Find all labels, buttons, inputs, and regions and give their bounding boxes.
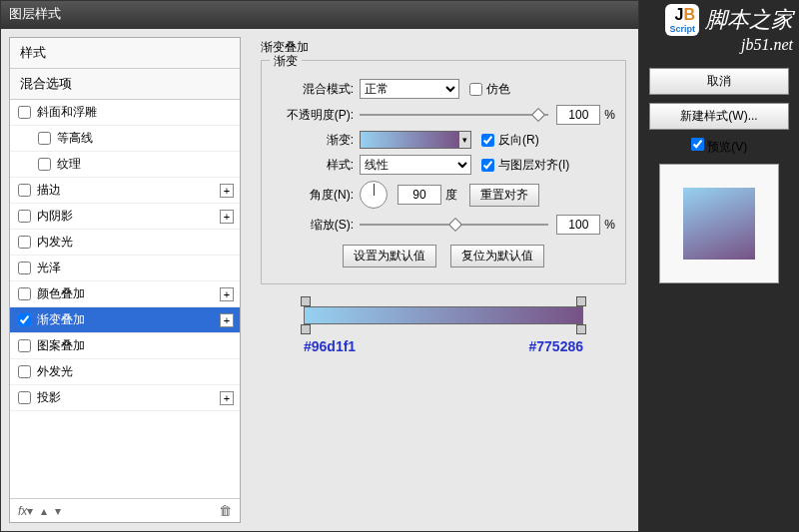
- effect-item-4[interactable]: 内阴影+: [10, 204, 240, 230]
- reset-align-button[interactable]: 重置对齐: [469, 184, 539, 207]
- fieldset-legend: 渐变: [270, 53, 302, 70]
- hex-right: #775286: [528, 338, 583, 354]
- opacity-unit: %: [604, 108, 615, 122]
- preview-checkbox[interactable]: [691, 138, 704, 151]
- effect-label: 渐变叠加: [37, 311, 85, 328]
- effect-checkbox[interactable]: [38, 132, 51, 145]
- effect-label: 内阴影: [37, 208, 73, 225]
- color-stop-right[interactable]: [576, 324, 586, 334]
- effect-checkbox[interactable]: [18, 365, 31, 378]
- trash-icon[interactable]: 🗑: [219, 503, 232, 518]
- reverse-label: 反向(R): [498, 132, 539, 149]
- dither-label: 仿色: [486, 81, 510, 98]
- effect-item-11[interactable]: 投影+: [10, 385, 240, 411]
- preview-swatch: [683, 188, 755, 260]
- move-up-icon[interactable]: ▴: [41, 504, 47, 518]
- effect-item-7[interactable]: 颜色叠加+: [10, 281, 240, 307]
- opacity-label: 不透明度(P):: [272, 107, 354, 124]
- angle-label: 角度(N):: [272, 187, 354, 204]
- effect-label: 光泽: [37, 260, 61, 276]
- blend-options-header[interactable]: 混合选项: [10, 69, 240, 100]
- effect-item-3[interactable]: 描边+: [10, 178, 240, 204]
- panel-title: 渐变叠加: [261, 39, 626, 56]
- opacity-slider[interactable]: [360, 108, 548, 122]
- effect-label: 内发光: [37, 234, 73, 251]
- add-effect-icon[interactable]: +: [220, 210, 234, 224]
- add-effect-icon[interactable]: +: [220, 313, 234, 327]
- scale-input[interactable]: [556, 215, 600, 235]
- watermark-cn: 脚本之家: [705, 5, 793, 35]
- effect-checkbox[interactable]: [18, 210, 31, 223]
- new-style-button[interactable]: 新建样式(W)...: [649, 103, 789, 130]
- effect-checkbox[interactable]: [18, 106, 31, 119]
- titlebar[interactable]: 图层样式: [1, 1, 638, 29]
- add-effect-icon[interactable]: +: [220, 287, 234, 301]
- effect-label: 图案叠加: [37, 337, 85, 354]
- effect-checkbox[interactable]: [18, 184, 31, 197]
- add-effect-icon[interactable]: +: [220, 391, 234, 405]
- effect-checkbox[interactable]: [18, 313, 31, 326]
- style-label: 样式:: [272, 157, 354, 174]
- scale-label: 缩放(S):: [272, 217, 354, 234]
- angle-input[interactable]: [398, 185, 441, 205]
- effect-item-0[interactable]: 斜面和浮雕: [10, 100, 240, 126]
- hex-left: #96d1f1: [304, 338, 356, 354]
- scale-slider[interactable]: [360, 218, 548, 232]
- opacity-input[interactable]: [556, 105, 600, 125]
- reset-default-button[interactable]: 复位为默认值: [450, 245, 544, 267]
- blend-mode-select[interactable]: 正常: [360, 79, 459, 99]
- watermark: JBScript 脚本之家 jb51.net: [665, 4, 793, 54]
- reverse-checkbox[interactable]: [481, 134, 494, 147]
- gradient-fieldset: 渐变 混合模式: 正常 仿色 不透明度(P): % 渐变:: [261, 60, 626, 284]
- angle-unit: 度: [445, 187, 457, 204]
- effect-item-9[interactable]: 图案叠加: [10, 333, 240, 359]
- effect-checkbox[interactable]: [38, 158, 51, 171]
- window-title: 图层样式: [9, 6, 61, 21]
- logo-badge: JBScript: [665, 4, 699, 36]
- effect-item-8[interactable]: 渐变叠加+: [10, 307, 240, 333]
- gradient-label: 渐变:: [272, 132, 354, 149]
- effect-label: 投影: [37, 389, 61, 406]
- add-effect-icon[interactable]: +: [220, 184, 234, 198]
- effect-checkbox[interactable]: [18, 339, 31, 352]
- cancel-button[interactable]: 取消: [649, 68, 789, 95]
- fx-menu[interactable]: fx▾: [18, 504, 33, 518]
- effect-item-10[interactable]: 外发光: [10, 359, 240, 385]
- scale-unit: %: [604, 218, 615, 232]
- effect-checkbox[interactable]: [18, 262, 31, 274]
- effect-item-5[interactable]: 内发光: [10, 230, 240, 256]
- effect-label: 纹理: [57, 156, 81, 173]
- effect-label: 描边: [37, 182, 61, 199]
- preview-box: [659, 164, 779, 283]
- gradient-dropdown[interactable]: ▾: [459, 131, 471, 149]
- effect-label: 斜面和浮雕: [37, 104, 97, 121]
- blend-mode-label: 混合模式:: [272, 81, 354, 98]
- styles-header[interactable]: 样式: [10, 38, 240, 69]
- gradient-swatch[interactable]: [360, 131, 459, 149]
- effect-label: 外发光: [37, 363, 73, 380]
- effect-checkbox[interactable]: [18, 287, 31, 300]
- effects-list: 斜面和浮雕等高线纹理描边+内阴影+内发光光泽颜色叠加+渐变叠加+图案叠加外发光投…: [10, 100, 240, 498]
- align-checkbox[interactable]: [481, 159, 494, 172]
- effect-item-2[interactable]: 纹理: [10, 152, 240, 178]
- dialog-buttons: 取消 新建样式(W)... 预览(V): [649, 68, 789, 289]
- gradient-editor[interactable]: #96d1f1 #775286: [304, 306, 583, 354]
- effect-checkbox[interactable]: [18, 391, 31, 404]
- dither-checkbox[interactable]: [469, 83, 482, 96]
- angle-dial[interactable]: [360, 181, 388, 209]
- opacity-stop-right[interactable]: [576, 296, 586, 306]
- make-default-button[interactable]: 设置为默认值: [343, 245, 436, 267]
- style-select[interactable]: 线性: [360, 155, 471, 175]
- effects-footer: fx▾ ▴ ▾ 🗑: [10, 498, 240, 522]
- layer-style-dialog: 图层样式 样式 混合选项 斜面和浮雕等高线纹理描边+内阴影+内发光光泽颜色叠加+…: [0, 0, 639, 532]
- opacity-stop-left[interactable]: [301, 296, 311, 306]
- effect-item-1[interactable]: 等高线: [10, 126, 240, 152]
- move-down-icon[interactable]: ▾: [55, 504, 61, 518]
- gradient-overlay-panel: 渐变叠加 渐变 混合模式: 正常 仿色 不透明度(P): % 渐变:: [249, 29, 638, 531]
- color-stop-left[interactable]: [301, 324, 311, 334]
- effect-label: 颜色叠加: [37, 285, 85, 302]
- effect-checkbox[interactable]: [18, 236, 31, 249]
- effect-item-6[interactable]: 光泽: [10, 256, 240, 281]
- align-label: 与图层对齐(I): [498, 157, 569, 174]
- watermark-url: jb51.net: [665, 36, 793, 54]
